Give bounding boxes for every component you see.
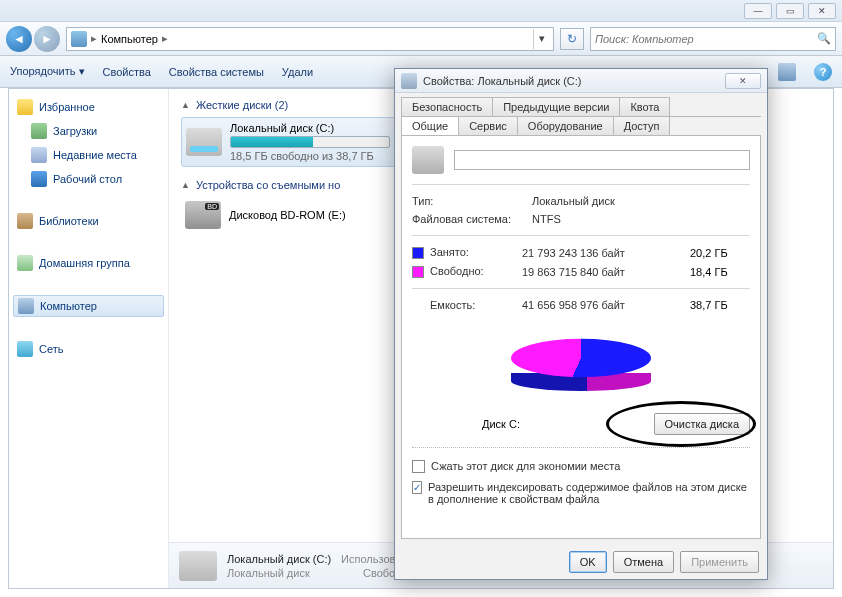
capacity-gb: 38,7 ГБ <box>690 299 750 311</box>
index-checkbox-row[interactable]: ✓ Разрешить индексировать содержимое фай… <box>412 481 750 505</box>
status-type: Локальный диск <box>227 567 331 579</box>
sidebar-homegroup[interactable]: Домашняя группа <box>13 253 164 273</box>
search-input[interactable] <box>595 33 813 45</box>
tab-previous-versions[interactable]: Предыдущие версии <box>492 97 620 116</box>
volume-label-input[interactable] <box>454 150 750 170</box>
usage-pie-chart <box>412 323 750 403</box>
index-label: Разрешить индексировать содержимое файло… <box>428 481 750 505</box>
free-bytes: 19 863 715 840 байт <box>522 266 690 278</box>
disk-cleanup-button[interactable]: Очистка диска <box>654 413 750 435</box>
pie-disk-label: Диск C: <box>482 418 520 430</box>
used-gb: 20,2 ГБ <box>690 247 750 259</box>
breadcrumb-sep-2: ▸ <box>162 32 168 45</box>
maximize-button[interactable]: ▭ <box>776 3 804 19</box>
drive-local-c[interactable]: Локальный диск (C:) 18,5 ГБ свободно из … <box>181 117 401 167</box>
star-icon <box>17 99 33 115</box>
system-properties-button[interactable]: Свойства системы <box>169 66 264 78</box>
view-icon[interactable] <box>778 63 796 81</box>
tab-sharing[interactable]: Доступ <box>613 116 671 135</box>
hdd-icon <box>186 128 222 156</box>
dialog-titlebar[interactable]: Свойства: Локальный диск (C:) ✕ <box>395 69 767 93</box>
type-key: Тип: <box>412 195 532 207</box>
sidebar-libraries[interactable]: Библиотеки <box>13 211 164 231</box>
sidebar-network[interactable]: Сеть <box>13 339 164 359</box>
computer-nav-icon <box>18 298 34 314</box>
dialog-tabs: Безопасность Предыдущие версии Квота Общ… <box>395 93 767 136</box>
libraries-icon <box>17 213 33 229</box>
recent-icon <box>31 147 47 163</box>
forward-button[interactable]: ► <box>34 26 60 52</box>
compress-checkbox-row[interactable]: Сжать этот диск для экономии места <box>412 460 750 473</box>
type-val: Локальный диск <box>532 195 750 207</box>
drive-label: Локальный диск (C:) <box>230 122 390 134</box>
tab-general-body: Тип: Локальный диск Файловая система: NT… <box>401 136 761 539</box>
tab-quota[interactable]: Квота <box>619 97 670 116</box>
tab-general[interactable]: Общие <box>401 116 459 135</box>
address-dropdown[interactable]: ▾ <box>533 29 549 49</box>
sidebar-favorites[interactable]: Избранное <box>13 97 164 117</box>
status-name: Локальный диск (C:) <box>227 553 331 565</box>
organize-menu[interactable]: Упорядочить ▾ <box>10 65 85 78</box>
index-checkbox[interactable]: ✓ <box>412 481 422 494</box>
used-color-swatch <box>412 247 424 259</box>
sidebar-downloads[interactable]: Загрузки <box>13 121 164 141</box>
drive-props-icon <box>401 73 417 89</box>
help-icon[interactable]: ? <box>814 63 832 81</box>
status-drive-icon <box>179 551 217 581</box>
address-bar[interactable]: ▸ Компьютер ▸ ▾ <box>66 27 554 51</box>
free-color-swatch <box>412 266 424 278</box>
apply-button[interactable]: Применить <box>680 551 759 573</box>
computer-icon <box>71 31 87 47</box>
homegroup-icon <box>17 255 33 271</box>
uninstall-button[interactable]: Удали <box>282 66 313 78</box>
tab-hardware[interactable]: Оборудование <box>517 116 614 135</box>
nav-history: ◄ ► <box>6 26 60 52</box>
ok-button[interactable]: OK <box>569 551 607 573</box>
breadcrumb-sep: ▸ <box>91 32 97 45</box>
bd-rom-icon <box>185 201 221 229</box>
nav-pane: Избранное Загрузки Недавние места Рабочи… <box>9 89 169 588</box>
search-box[interactable]: 🔍 <box>590 27 836 51</box>
dialog-close-button[interactable]: ✕ <box>725 73 761 89</box>
usage-bar <box>230 136 390 148</box>
dialog-title: Свойства: Локальный диск (C:) <box>423 75 582 87</box>
desktop-icon <box>31 171 47 187</box>
bd-label: Дисковод BD-ROM (E:) <box>229 209 346 221</box>
close-button[interactable]: ✕ <box>808 3 836 19</box>
capacity-key: Емкость: <box>412 299 522 311</box>
network-icon <box>17 341 33 357</box>
cancel-button[interactable]: Отмена <box>613 551 674 573</box>
download-icon <box>31 123 47 139</box>
sidebar-recent[interactable]: Недавние места <box>13 145 164 165</box>
fs-val: NTFS <box>532 213 750 225</box>
outer-titlebar: — ▭ ✕ <box>0 0 842 22</box>
free-key: Свободно: <box>412 265 522 278</box>
compress-label: Сжать этот диск для экономии места <box>431 460 620 472</box>
search-icon: 🔍 <box>817 32 831 46</box>
sidebar-computer[interactable]: Компьютер <box>13 295 164 317</box>
breadcrumb-location[interactable]: Компьютер <box>101 33 158 45</box>
refresh-button[interactable]: ↻ <box>560 28 584 50</box>
free-gb: 18,4 ГБ <box>690 266 750 278</box>
drive-free-text: 18,5 ГБ свободно из 38,7 ГБ <box>230 150 390 162</box>
properties-button[interactable]: Свойства <box>103 66 151 78</box>
tab-security[interactable]: Безопасность <box>401 97 493 116</box>
dialog-buttons: OK Отмена Применить <box>395 545 767 579</box>
fs-key: Файловая система: <box>412 213 532 225</box>
compress-checkbox[interactable] <box>412 460 425 473</box>
minimize-button[interactable]: — <box>744 3 772 19</box>
back-button[interactable]: ◄ <box>6 26 32 52</box>
properties-dialog: Свойства: Локальный диск (C:) ✕ Безопасн… <box>394 68 768 580</box>
drive-large-icon <box>412 146 444 174</box>
used-key: Занято: <box>412 246 522 259</box>
sidebar-desktop[interactable]: Рабочий стол <box>13 169 164 189</box>
nav-bar: ◄ ► ▸ Компьютер ▸ ▾ ↻ 🔍 <box>0 22 842 56</box>
tab-tools[interactable]: Сервис <box>458 116 518 135</box>
capacity-bytes: 41 656 958 976 байт <box>522 299 690 311</box>
used-bytes: 21 793 243 136 байт <box>522 247 690 259</box>
